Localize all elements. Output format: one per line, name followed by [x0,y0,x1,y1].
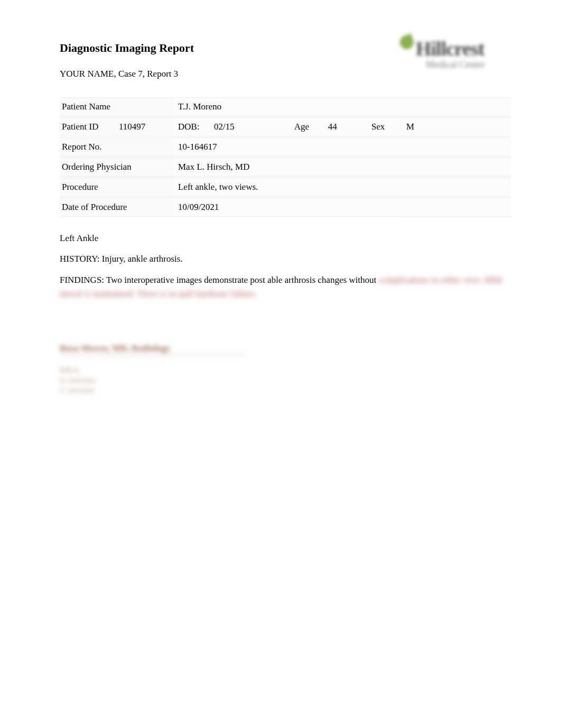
findings-visible: FINDINGS: Two interoperative images demo… [60,275,377,285]
sig-line-1: RM:xx [60,365,511,375]
row-procedure: Procedure Left ankle, two views. [60,178,511,197]
logo-text-top: Hillcrest [416,37,484,60]
value-sex: M [406,122,414,132]
value-patient-name: T.J. Moreno [178,102,221,112]
value-age: 44 [328,122,371,132]
value-procedure: Left ankle, two views. [178,182,258,192]
leaf-icon [398,33,415,51]
value-patient-id: 110497 [119,122,178,132]
value-report-no: 10-164617 [178,142,217,152]
logo-text-sub: Medical Center [400,59,511,70]
signature-details: RM:xx D: 10/9/2021 T: 10/9/2021 [60,365,511,396]
signature-block: Rosa Mower, MD, Radiology RM:xx D: 10/9/… [60,343,511,396]
value-dob: 02/15 [214,122,294,132]
section-title: Left Ankle [60,232,511,245]
row-report-no: Report No. 10-164617 [60,137,511,156]
label-date: Date of Procedure [62,202,178,213]
findings-blurred-2: failure. [231,289,257,299]
history-line: HISTORY: Injury, ankle arthrosis. [60,252,511,266]
value-physician: Max L. Hirsch, MD [178,162,250,172]
row-physician: Ordering Physician Max L. Hirsch, MD [60,158,511,177]
value-date: 10/09/2021 [178,202,219,213]
label-physician: Ordering Physician [62,162,178,172]
header-left: Diagnostic Imaging Report YOUR NAME, Cas… [60,37,194,79]
row-patient-name: Patient Name T.J. Moreno [60,97,511,116]
report-title: Diagnostic Imaging Report [60,41,194,55]
label-age: Age [294,122,328,132]
label-procedure: Procedure [62,182,178,192]
sig-line-3: T: 10/9/2021 [60,385,511,396]
label-dob: DOB: [178,122,214,132]
header-row: Diagnostic Imaging Report YOUR NAME, Cas… [60,37,511,85]
label-report-no: Report No. [62,142,178,152]
signature-name: Rosa Mower, MD, Radiology [60,343,245,355]
row-patient-id: Patient ID 110497 DOB: 02/15 Age 44 Sex … [60,117,511,136]
report-subtitle: YOUR NAME, Case 7, Report 3 [60,69,194,79]
findings-paragraph: FINDINGS: Two interoperative images demo… [60,273,511,301]
row-date: Date of Procedure 10/09/2021 [60,198,511,217]
hospital-logo: Hillcrest Medical Center [400,37,511,85]
document-page: Diagnostic Imaging Report YOUR NAME, Cas… [0,0,561,396]
patient-info-table: Patient Name T.J. Moreno Patient ID 1104… [60,97,511,217]
label-patient-name: Patient Name [62,102,178,112]
sig-line-2: D: 10/9/2021 [60,375,511,386]
report-body: Left Ankle HISTORY: Injury, ankle arthro… [60,232,511,301]
label-sex: Sex [371,122,406,132]
label-patient-id: Patient ID [62,122,119,132]
